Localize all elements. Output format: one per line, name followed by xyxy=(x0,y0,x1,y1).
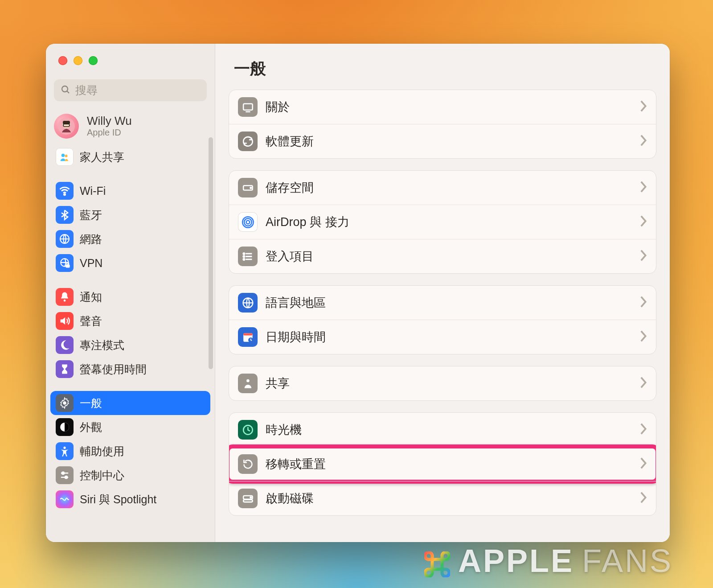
svg-point-26 xyxy=(244,218,252,226)
sidebar: Willy Wu Apple ID 家人共享 Wi-Fi xyxy=(46,44,215,542)
search-field[interactable] xyxy=(54,79,207,101)
sidebar-scrollbar[interactable] xyxy=(209,137,213,369)
svg-point-31 xyxy=(243,253,244,254)
settings-group: 共享 xyxy=(229,366,656,401)
globe-icon xyxy=(56,230,74,248)
settings-group: 儲存空間 AirDrop 與 接力 登入項目 xyxy=(229,170,656,274)
svg-point-8 xyxy=(64,194,65,195)
svg-point-13 xyxy=(63,401,66,404)
sidebar-item-label: Siri 與 Spotlight xyxy=(80,492,156,507)
sidebar-item-label: 家人共享 xyxy=(80,150,124,164)
row-label: 軟體更新 xyxy=(266,133,631,149)
sidebar-item-sound[interactable]: 聲音 xyxy=(50,309,210,333)
svg-point-42 xyxy=(250,497,251,498)
chevron-right-icon xyxy=(639,249,647,263)
page-title: 一般 xyxy=(215,44,670,90)
svg-rect-20 xyxy=(243,103,253,110)
svg-point-7 xyxy=(65,155,67,157)
chevron-right-icon xyxy=(639,423,647,437)
chevron-right-icon xyxy=(639,376,647,391)
sidebar-item-vpn[interactable]: VPN xyxy=(50,251,210,275)
sidebar-item-general[interactable]: 一般 xyxy=(50,391,210,415)
sidebar-item-label: 螢幕使用時間 xyxy=(80,362,147,377)
content-pane: 一般 關於 軟體更新 xyxy=(215,44,670,542)
chevron-right-icon xyxy=(639,215,647,229)
row-transfer-reset[interactable]: 移轉或重置 xyxy=(229,447,656,481)
svg-point-15 xyxy=(63,447,66,449)
moon-icon xyxy=(56,336,74,354)
sidebar-item-label: 控制中心 xyxy=(80,468,124,483)
sidebar-item-network[interactable]: 網路 xyxy=(50,227,210,251)
row-login-items[interactable]: 登入項目 xyxy=(229,239,656,273)
svg-point-12 xyxy=(64,300,66,302)
svg-point-6 xyxy=(61,154,65,157)
sidebar-item-screentime[interactable]: 螢幕使用時間 xyxy=(50,357,210,381)
wifi-icon xyxy=(56,182,74,200)
svg-point-19 xyxy=(65,476,67,478)
watermark-tail: FANS xyxy=(582,543,673,579)
row-label: 共享 xyxy=(266,375,631,391)
sidebar-item-appearance[interactable]: 外觀 xyxy=(50,415,210,439)
row-label: AirDrop 與 接力 xyxy=(266,214,631,230)
list-icon xyxy=(238,247,258,266)
row-label: 語言與地區 xyxy=(266,295,631,311)
minimize-button[interactable] xyxy=(74,56,82,65)
sidebar-item-siri[interactable]: Siri 與 Spotlight xyxy=(50,487,210,511)
sidebar-item-accessibility[interactable]: 輔助使用 xyxy=(50,439,210,463)
row-label: 移轉或重置 xyxy=(266,456,631,472)
profile-name: Willy Wu xyxy=(87,115,132,127)
row-label: 時光機 xyxy=(266,422,631,438)
svg-point-38 xyxy=(246,379,250,382)
apple-id-row[interactable]: Willy Wu Apple ID xyxy=(46,104,215,142)
profile-sub: Apple ID xyxy=(87,127,132,138)
close-button[interactable] xyxy=(58,56,67,65)
row-airdrop[interactable]: AirDrop 與 接力 xyxy=(229,205,656,239)
row-startup-disk[interactable]: 啟動磁碟 xyxy=(229,481,656,515)
settings-window: Willy Wu Apple ID 家人共享 Wi-Fi xyxy=(46,44,670,542)
calendar-icon xyxy=(238,327,258,347)
row-language[interactable]: 語言與地區 xyxy=(229,286,656,320)
row-sharing[interactable]: 共享 xyxy=(229,366,656,400)
sidebar-item-family[interactable]: 家人共享 xyxy=(50,145,210,169)
speaker-icon xyxy=(56,312,74,330)
sliders-icon xyxy=(56,466,74,484)
row-label: 登入項目 xyxy=(266,248,631,264)
svg-point-33 xyxy=(243,259,244,260)
chevron-right-icon xyxy=(639,457,647,471)
row-datetime[interactable]: 日期與時間 xyxy=(229,320,656,354)
command-icon xyxy=(424,548,450,574)
watermark: APPLE FANS xyxy=(424,543,673,579)
chevron-right-icon xyxy=(639,296,647,310)
zoom-button[interactable] xyxy=(89,56,98,65)
svg-line-1 xyxy=(67,91,69,93)
row-label: 日期與時間 xyxy=(266,329,631,345)
sidebar-item-focus[interactable]: 專注模式 xyxy=(50,333,210,357)
sidebar-item-label: Wi-Fi xyxy=(80,185,106,197)
row-storage[interactable]: 儲存空間 xyxy=(229,171,656,205)
chevron-right-icon xyxy=(639,100,647,114)
sidebar-item-label: 網路 xyxy=(80,232,102,247)
svg-rect-36 xyxy=(243,333,253,335)
svg-point-32 xyxy=(243,255,244,257)
row-software-update[interactable]: 軟體更新 xyxy=(229,124,656,158)
gear-icon xyxy=(56,394,74,412)
svg-point-25 xyxy=(246,220,250,224)
timemachine-icon xyxy=(238,420,258,440)
window-controls xyxy=(46,44,215,70)
sidebar-item-label: VPN xyxy=(80,257,102,270)
settings-group: 時光機 移轉或重置 啟動磁碟 xyxy=(229,412,656,516)
sidebar-item-control-center[interactable]: 控制中心 xyxy=(50,463,210,487)
row-about[interactable]: 關於 xyxy=(229,90,656,124)
sidebar-item-notifications[interactable]: 通知 xyxy=(50,285,210,309)
chevron-right-icon xyxy=(639,181,647,195)
globe-blue-icon xyxy=(238,293,258,313)
sidebar-item-bluetooth[interactable]: 藍牙 xyxy=(50,203,210,227)
svg-rect-11 xyxy=(66,265,70,268)
about-icon xyxy=(238,97,258,117)
row-timemachine[interactable]: 時光機 xyxy=(229,413,656,447)
search-input[interactable] xyxy=(75,84,201,97)
svg-point-0 xyxy=(62,86,68,92)
sidebar-item-wifi[interactable]: Wi-Fi xyxy=(50,179,210,203)
chevron-right-icon xyxy=(639,134,647,148)
sidebar-item-label: 藍牙 xyxy=(80,208,102,222)
